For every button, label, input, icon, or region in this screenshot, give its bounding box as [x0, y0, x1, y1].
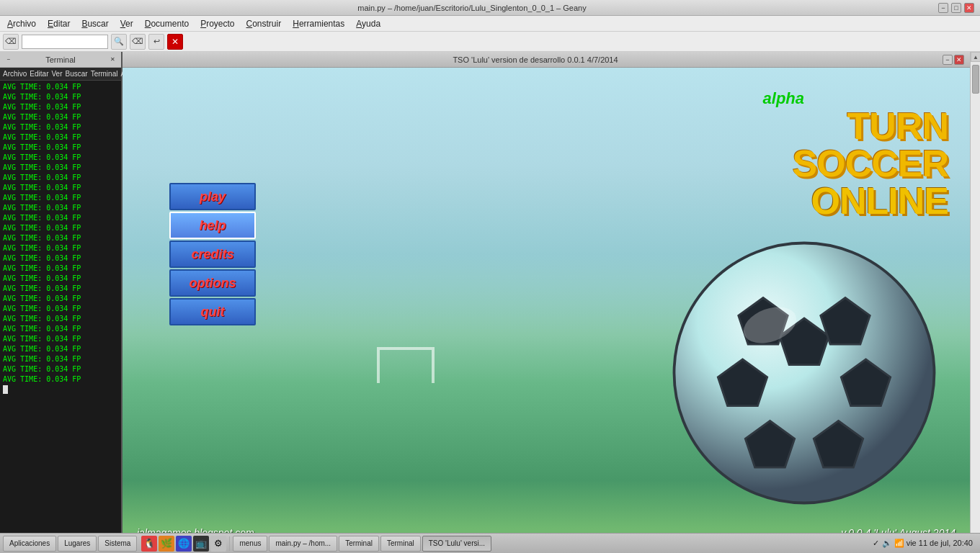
taskbar-window-mainpy[interactable]: main.py – /hom... — [269, 536, 337, 552]
game-title-turn: TURN — [793, 107, 948, 145]
taskbar-icon-2[interactable]: 🌿 — [159, 536, 174, 552]
taskbar-window-tso[interactable]: TSO 'Lulu' versi... — [422, 536, 491, 552]
terminal-line: AVG TIME: 0.034 FP — [3, 304, 118, 314]
play-button[interactable]: play — [169, 183, 256, 210]
terminal-title: Terminal — [13, 55, 108, 64]
geany-menubar: Archivo Editar Buscar Ver Documento Proy… — [0, 16, 980, 32]
geany-scrollbar[interactable]: ▲ ▼ — [970, 52, 980, 553]
geany-minimize-button[interactable]: − — [938, 3, 948, 13]
terminal-line: AVG TIME: 0.034 FP — [3, 153, 118, 163]
terminal-panel: − Terminal ✕ Archivo Editar Ver Buscar T… — [0, 52, 122, 553]
scroll-thumb[interactable] — [972, 65, 979, 94]
terminal-line: AVG TIME: 0.034 FP — [3, 102, 118, 112]
quit-button[interactable]: quit — [169, 298, 256, 325]
terminal-line: AVG TIME: 0.034 FP — [3, 92, 118, 102]
terminal-line: AVG TIME: 0.034 FP — [3, 233, 118, 243]
geany-window: main.py – /home/juan/Escritorio/Lulu_Sin… — [0, 0, 980, 553]
terminal-menu-editar[interactable]: Editar — [30, 70, 48, 78]
geany-menu-archivo[interactable]: Archivo — [3, 17, 40, 30]
geany-menu-buscar[interactable]: Buscar — [77, 17, 112, 30]
scroll-track — [971, 62, 980, 543]
taskbar-window-terminal1[interactable]: Terminal — [339, 536, 379, 552]
soccer-ball — [667, 236, 941, 510]
terminal-line: AVG TIME: 0.034 FP — [3, 213, 118, 223]
geany-menu-proyecto[interactable]: Proyecto — [196, 17, 239, 30]
terminal-output: AVG TIME: 0.034 FPAVG TIME: 0.034 FPAVG … — [0, 81, 121, 546]
terminal-line: AVG TIME: 0.034 FP — [3, 193, 118, 203]
geany-maximize-button[interactable]: □ — [951, 3, 961, 13]
terminal-line: AVG TIME: 0.034 FP — [3, 274, 118, 284]
geany-menu-ver[interactable]: Ver — [116, 17, 138, 30]
terminal-line: AVG TIME: 0.034 FP — [3, 223, 118, 233]
geany-titlebar: main.py – /home/juan/Escritorio/Lulu_Sin… — [0, 0, 980, 16]
geany-menu-editar[interactable]: Editar — [43, 17, 74, 30]
terminal-line: AVG TIME: 0.034 FP — [3, 364, 118, 374]
geany-toolbar: ⌫ 🔍 ⌫ ↩ ✕ — [0, 32, 980, 52]
game-close-button[interactable]: ✕ — [954, 55, 964, 65]
terminal-min-button[interactable]: − — [4, 55, 13, 64]
taskbar-window-terminal2[interactable]: Terminal — [380, 536, 421, 552]
terminal-line: AVG TIME: 0.034 FP — [3, 122, 118, 132]
game-minimize-button[interactable]: − — [943, 55, 953, 65]
terminal-menu-terminal[interactable]: Terminal — [91, 70, 118, 78]
terminal-line: AVG TIME: 0.034 FP — [3, 183, 118, 193]
geany-menu-herramientas[interactable]: Herramientas — [288, 17, 349, 30]
terminal-menu-ver[interactable]: Ver — [51, 70, 62, 78]
terminal-line: AVG TIME: 0.034 FP — [3, 82, 118, 92]
geany-window-controls: − □ ✕ — [938, 3, 974, 13]
terminal-line: AVG TIME: 0.034 FP — [3, 344, 118, 354]
taskbar-lugares[interactable]: Lugares — [58, 536, 97, 552]
toolbar-btn-2[interactable]: ⌫ — [130, 34, 146, 50]
taskbar-sep-1 — [229, 536, 230, 551]
taskbar-sistema[interactable]: Sistema — [98, 536, 137, 552]
goalpost — [377, 347, 435, 383]
geany-close-button[interactable]: ✕ — [964, 3, 974, 13]
geany-menu-ayuda[interactable]: Ayuda — [352, 17, 385, 30]
terminal-cursor — [3, 385, 8, 394]
taskbar-icon-4[interactable]: 📺 — [193, 536, 209, 552]
terminal-menu-archivo[interactable]: Archivo — [3, 70, 27, 78]
terminal-close-button[interactable]: ✕ — [108, 55, 117, 64]
terminal-menubar: Archivo Editar Ver Buscar Terminal Ayuda — [0, 68, 121, 81]
game-title-soccer: SOCCER — [793, 145, 948, 182]
toolbar-btn-1[interactable]: ⌫ — [3, 34, 19, 50]
terminal-cursor-line — [3, 385, 118, 395]
terminal-line: AVG TIME: 0.034 FP — [3, 243, 118, 253]
taskbar-icon-1[interactable]: 🐧 — [141, 536, 157, 552]
taskbar-window-menus[interactable]: menus — [233, 536, 267, 552]
terminal-line: AVG TIME: 0.034 FP — [3, 253, 118, 264]
geany-menu-documento[interactable]: Documento — [141, 17, 193, 30]
geany-menu-construir[interactable]: Construir — [242, 17, 286, 30]
alpha-label: alpha — [763, 89, 804, 108]
game-titlebar: TSO 'Lulu' version de desarrollo 0.0.1 4… — [122, 52, 970, 68]
taskbar-tray-area: ✓ 🔊 📶 vie 11 de jul, 20:40 — [868, 539, 977, 548]
terminal-line: AVG TIME: 0.034 FP — [3, 173, 118, 183]
scroll-up-arrow[interactable]: ▲ — [971, 52, 980, 62]
toolbar-btn-3[interactable]: ↩ — [148, 34, 164, 50]
geany-content: − Terminal ✕ Archivo Editar Ver Buscar T… — [0, 52, 980, 553]
toolbar-stop-button[interactable]: ✕ — [167, 34, 183, 50]
credits-button[interactable]: credits — [169, 240, 256, 268]
taskbar-aplicaciones[interactable]: Aplicaciones — [3, 536, 56, 552]
terminal-line: AVG TIME: 0.034 FP — [3, 203, 118, 213]
terminal-line: AVG TIME: 0.034 FP — [3, 294, 118, 304]
help-button[interactable]: help — [169, 212, 256, 239]
toolbar-search-icon[interactable]: 🔍 — [111, 34, 127, 50]
terminal-line: AVG TIME: 0.034 FP — [3, 143, 118, 153]
terminal-line: AVG TIME: 0.034 FP — [3, 374, 118, 385]
terminal-menu-buscar[interactable]: Buscar — [66, 70, 88, 78]
geany-search-input-1[interactable] — [22, 35, 108, 49]
taskbar-icon-5[interactable]: ⚙ — [210, 536, 226, 552]
game-title: TSO 'Lulu' version de desarrollo 0.0.1 4… — [128, 55, 943, 64]
taskbar-icon-3[interactable]: 🌐 — [176, 536, 192, 552]
terminal-line: AVG TIME: 0.034 FP — [3, 334, 118, 344]
os-taskbar: Aplicaciones Lugares Sistema 🐧 🌿 🌐 📺 ⚙ m… — [0, 533, 980, 553]
game-title-block: TURN SOCCER ONLINE — [793, 107, 948, 220]
game-title-online: ONLINE — [793, 182, 948, 220]
terminal-line: AVG TIME: 0.034 FP — [3, 354, 118, 364]
taskbar-clock: vie 11 de jul, 20:40 — [906, 539, 973, 547]
game-window: TSO 'Lulu' version de desarrollo 0.0.1 4… — [122, 52, 970, 553]
geany-title: main.py – /home/juan/Escritorio/Lulu_Sin… — [6, 4, 938, 12]
options-button[interactable]: options — [169, 269, 256, 297]
terminal-line: AVG TIME: 0.034 FP — [3, 314, 118, 324]
